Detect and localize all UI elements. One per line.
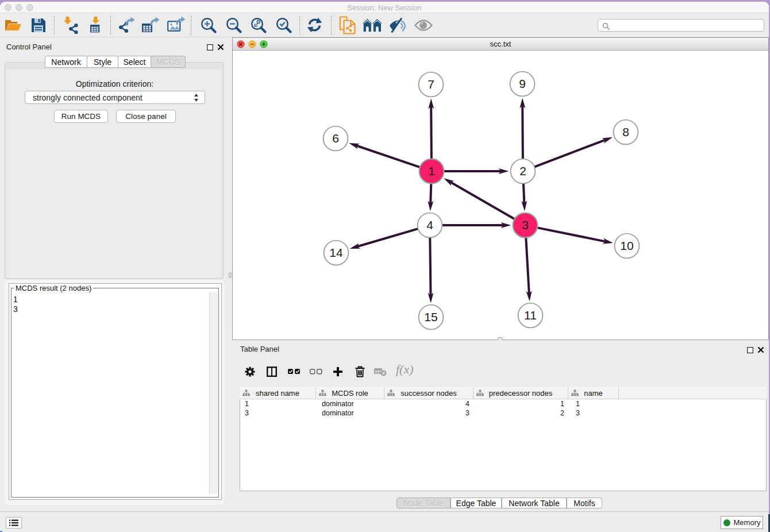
svg-text:7: 7 <box>428 78 434 91</box>
svg-text:10: 10 <box>620 239 633 252</box>
svg-text:2: 2 <box>519 164 526 178</box>
svg-text:9: 9 <box>519 77 526 90</box>
svg-text:6: 6 <box>332 132 339 145</box>
svg-text:11: 11 <box>524 309 537 322</box>
svg-text:4: 4 <box>426 218 433 232</box>
svg-text:3: 3 <box>522 218 529 232</box>
svg-text:15: 15 <box>424 310 437 323</box>
svg-text:1: 1 <box>428 164 435 178</box>
svg-text:14: 14 <box>329 246 343 259</box>
svg-text:8: 8 <box>622 125 629 138</box>
